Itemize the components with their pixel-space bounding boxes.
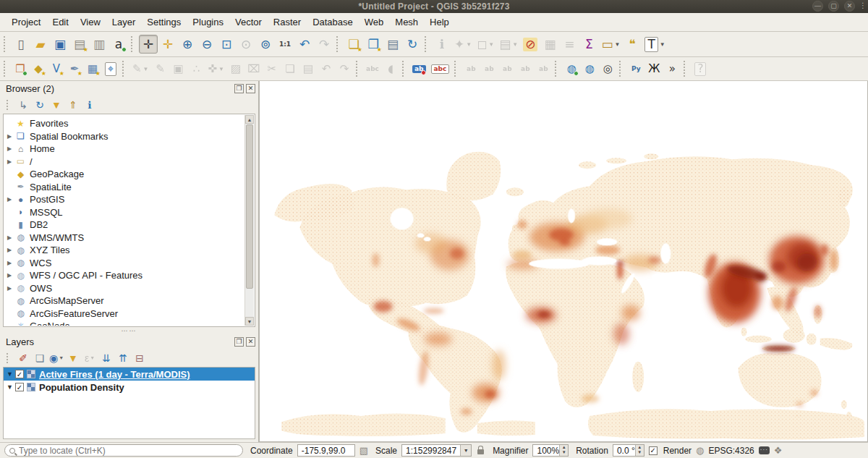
metasearch-catalog-button[interactable]: ◎ [599,60,616,77]
minimize-icon[interactable]: — [812,1,823,12]
panel-splitter[interactable]: ⋯⋯ [0,327,258,334]
style-manager-button[interactable]: a [109,35,128,54]
new-spatialite-layer-button[interactable]: ✒★ [66,60,83,77]
zoom-native-resolution-button[interactable]: 1:1 [276,35,294,54]
layer-item-active-fires-1-day-terra-modis[interactable]: ▼✓Active Fires (1 day - Terra/MODIS) [4,368,255,381]
layer-visibility-checkbox[interactable]: ✓ [15,383,24,391]
spinner-arrows-icon[interactable]: ▲▼ [559,445,568,456]
browser-item-xyz-tiles[interactable]: ▶◍XYZ Tiles [4,244,244,257]
zoom-last-button[interactable]: ↶ [295,35,314,54]
show-bookmark-manager-button[interactable]: ▤ [383,35,402,54]
toolbar-handle[interactable] [402,61,407,77]
menu-mesh[interactable]: Mesh [389,14,424,30]
maximize-icon[interactable]: ▢ [828,1,839,12]
text-annotation-button[interactable]: T▼ [642,35,667,54]
layer-labeling-options-button[interactable]: ab [410,60,428,77]
crs-button[interactable]: EPSG:4326 [708,446,754,456]
add-selected-layers-button[interactable]: ↳ [16,98,30,112]
toolbar-handle[interactable] [122,61,127,77]
python-console-button[interactable]: Py [627,60,644,77]
chevron-down-icon[interactable]: ▼ [90,355,95,360]
expand-arrow-icon[interactable]: ▶ [4,285,14,292]
browser-item-arcgisfeatureserver[interactable]: ◍ArcGisFeatureServer [4,308,244,321]
collapse-all-layers-button[interactable]: ⇈ [116,351,130,365]
browser-item-mssql[interactable]: ◗MSSQL [4,206,244,219]
pan-map-to-selection-button[interactable]: ✛ [158,35,177,54]
menu-plugins[interactable]: Plugins [187,14,229,30]
browser-item-spatial-bookmarks[interactable]: ▶❏Spatial Bookmarks [4,130,244,143]
zoom-to-layer-button[interactable]: ⊚ [256,35,275,54]
toolbar-handle[interactable] [356,61,360,77]
toolbar-handle[interactable] [7,353,11,363]
checkbox-checked-icon[interactable]: ✓ [649,446,658,455]
browser-item-wms-wmts[interactable]: ▶◍WMS/WMTS [4,232,244,245]
expand-arrow-icon[interactable]: ▶ [4,158,14,165]
render-checkbox[interactable]: ✓ Render [649,446,692,456]
chevron-down-icon[interactable]: ▼ [660,41,665,48]
filter-legend-button[interactable]: ▼ [66,351,80,365]
chevron-down-icon[interactable]: ▼ [218,66,224,72]
first-aid-debug-button[interactable]: Ж [645,60,663,77]
chevron-down-icon[interactable]: ▼ [488,41,494,48]
float-panel-icon[interactable]: ❐ [234,337,244,347]
overflow-dots-icon[interactable]: ⋮ [859,1,866,9]
toolbar-handle[interactable] [619,61,624,77]
layer-visibility-checkbox[interactable]: ✓ [15,370,24,378]
filter-browser-button[interactable]: ▼ [49,98,64,112]
properties-widget-button[interactable]: ℹ [82,98,97,112]
plugin-icon[interactable]: ❖ [774,445,783,456]
toolbar-handle[interactable] [336,36,341,52]
add-group-button[interactable]: ❏ [33,351,47,365]
expand-arrow-icon[interactable]: ▶ [4,260,14,266]
rotation-spinbox[interactable]: 0.0 ° ▲▼ [613,444,644,457]
coordinate-field[interactable]: -175.9,99.0 [297,444,355,457]
expand-arrow-icon[interactable]: ▶ [4,234,14,241]
menu-raster[interactable]: Raster [268,14,307,30]
browser-item-favorites[interactable]: ★Favorites [4,117,244,130]
scrollbar-thumb[interactable] [246,124,253,289]
open-project-button[interactable]: ▰ [31,35,50,54]
open-layer-styling-button[interactable]: ✐ [16,351,30,365]
collapse-all-button[interactable]: ⇑ [66,98,80,112]
chevron-down-icon[interactable]: ▼ [466,41,472,48]
refresh-browser-button[interactable]: ↻ [33,98,47,112]
expand-all-layers-button[interactable]: ⇊ [99,351,114,365]
menu-edit[interactable]: Edit [46,14,74,30]
toolbar-handle[interactable] [555,61,559,77]
locator-box[interactable] [4,444,243,457]
toolbar-overflow-button[interactable]: » [663,60,681,77]
menu-vector[interactable]: Vector [229,14,268,30]
search-ows-service-button[interactable]: ◍ [581,60,598,77]
browser-item-postgis[interactable]: ▶●PostGIS [4,193,244,206]
zoom-full-button[interactable]: ⊡ [217,35,236,54]
open-data-source-manager-button[interactable]: ⌖ [102,60,119,77]
float-panel-icon[interactable]: ❐ [234,84,244,93]
toolbar-handle[interactable] [454,61,459,77]
add-layer-stack-button[interactable]: ❒ [12,60,29,77]
layer-diagram-options-button[interactable]: abc [429,60,452,77]
browser-item-geonode[interactable]: ✳GeoNode [4,320,244,326]
chevron-down-icon[interactable]: ▼ [615,41,621,48]
magnifier-spinbox[interactable]: 100% ▲▼ [532,444,569,457]
toolbar-handle[interactable] [7,100,11,110]
toolbar-handle[interactable] [684,61,688,77]
layer-item-population-density[interactable]: ▼✓Population Density [4,381,255,394]
manage-map-themes-button[interactable]: ◉▼ [49,351,64,365]
new-geopackage-layer-button[interactable]: ◆★ [30,60,47,77]
browser-item-home[interactable]: ▶⌂Home [4,143,244,156]
expand-arrow-icon[interactable]: ▶ [4,196,14,203]
toolbar-handle[interactable] [4,61,8,77]
add-ows-service-button[interactable]: ◍ [563,60,580,77]
menu-project[interactable]: Project [6,14,46,30]
lock-icon[interactable] [477,449,484,454]
browser-item-[interactable]: ▶▭/ [4,156,244,169]
save-project-button[interactable]: ▣ [51,35,69,54]
browser-item-geopackage[interactable]: ◆GeoPackage [4,168,244,181]
close-panel-icon[interactable]: ✕ [246,84,255,93]
pan-map-button[interactable]: ✛ [139,35,158,54]
toolbar-handle[interactable] [425,36,429,52]
scroll-down-icon[interactable]: ▼ [245,317,254,326]
expand-arrow-icon[interactable]: ▶ [4,145,14,152]
menu-web[interactable]: Web [359,14,390,30]
locator-input[interactable] [19,446,238,456]
